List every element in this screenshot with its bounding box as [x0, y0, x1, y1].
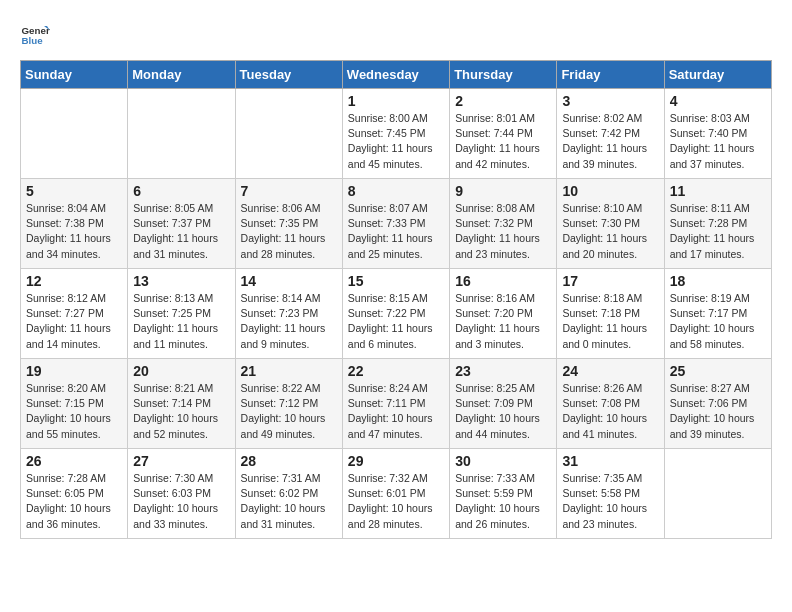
day-detail: Sunrise: 8:01 AM Sunset: 7:44 PM Dayligh…: [455, 111, 551, 172]
day-detail: Sunrise: 8:02 AM Sunset: 7:42 PM Dayligh…: [562, 111, 658, 172]
weekday-header-sunday: Sunday: [21, 61, 128, 89]
logo: General Blue: [20, 20, 54, 50]
calendar-day-27: 27Sunrise: 7:30 AM Sunset: 6:03 PM Dayli…: [128, 449, 235, 539]
calendar-day-31: 31Sunrise: 7:35 AM Sunset: 5:58 PM Dayli…: [557, 449, 664, 539]
day-number: 4: [670, 93, 766, 109]
day-detail: Sunrise: 8:27 AM Sunset: 7:06 PM Dayligh…: [670, 381, 766, 442]
weekday-header-row: SundayMondayTuesdayWednesdayThursdayFrid…: [21, 61, 772, 89]
calendar-day-9: 9Sunrise: 8:08 AM Sunset: 7:32 PM Daylig…: [450, 179, 557, 269]
day-number: 12: [26, 273, 122, 289]
day-number: 19: [26, 363, 122, 379]
calendar-day-2: 2Sunrise: 8:01 AM Sunset: 7:44 PM Daylig…: [450, 89, 557, 179]
day-number: 1: [348, 93, 444, 109]
day-number: 18: [670, 273, 766, 289]
day-number: 30: [455, 453, 551, 469]
day-detail: Sunrise: 7:30 AM Sunset: 6:03 PM Dayligh…: [133, 471, 229, 532]
calendar-day-8: 8Sunrise: 8:07 AM Sunset: 7:33 PM Daylig…: [342, 179, 449, 269]
calendar-day-15: 15Sunrise: 8:15 AM Sunset: 7:22 PM Dayli…: [342, 269, 449, 359]
day-detail: Sunrise: 8:19 AM Sunset: 7:17 PM Dayligh…: [670, 291, 766, 352]
calendar-day-3: 3Sunrise: 8:02 AM Sunset: 7:42 PM Daylig…: [557, 89, 664, 179]
day-detail: Sunrise: 8:18 AM Sunset: 7:18 PM Dayligh…: [562, 291, 658, 352]
day-detail: Sunrise: 8:13 AM Sunset: 7:25 PM Dayligh…: [133, 291, 229, 352]
day-number: 21: [241, 363, 337, 379]
day-number: 11: [670, 183, 766, 199]
day-number: 31: [562, 453, 658, 469]
day-detail: Sunrise: 8:24 AM Sunset: 7:11 PM Dayligh…: [348, 381, 444, 442]
calendar-empty-cell: [128, 89, 235, 179]
calendar-day-10: 10Sunrise: 8:10 AM Sunset: 7:30 PM Dayli…: [557, 179, 664, 269]
calendar-day-29: 29Sunrise: 7:32 AM Sunset: 6:01 PM Dayli…: [342, 449, 449, 539]
day-number: 29: [348, 453, 444, 469]
day-number: 8: [348, 183, 444, 199]
calendar-week-row: 5Sunrise: 8:04 AM Sunset: 7:38 PM Daylig…: [21, 179, 772, 269]
calendar-week-row: 12Sunrise: 8:12 AM Sunset: 7:27 PM Dayli…: [21, 269, 772, 359]
day-number: 28: [241, 453, 337, 469]
weekday-header-wednesday: Wednesday: [342, 61, 449, 89]
day-number: 9: [455, 183, 551, 199]
day-detail: Sunrise: 7:28 AM Sunset: 6:05 PM Dayligh…: [26, 471, 122, 532]
day-detail: Sunrise: 8:20 AM Sunset: 7:15 PM Dayligh…: [26, 381, 122, 442]
svg-text:Blue: Blue: [22, 35, 44, 46]
day-detail: Sunrise: 8:06 AM Sunset: 7:35 PM Dayligh…: [241, 201, 337, 262]
calendar-week-row: 26Sunrise: 7:28 AM Sunset: 6:05 PM Dayli…: [21, 449, 772, 539]
day-detail: Sunrise: 7:31 AM Sunset: 6:02 PM Dayligh…: [241, 471, 337, 532]
calendar-day-17: 17Sunrise: 8:18 AM Sunset: 7:18 PM Dayli…: [557, 269, 664, 359]
calendar-day-22: 22Sunrise: 8:24 AM Sunset: 7:11 PM Dayli…: [342, 359, 449, 449]
day-detail: Sunrise: 8:14 AM Sunset: 7:23 PM Dayligh…: [241, 291, 337, 352]
calendar-day-28: 28Sunrise: 7:31 AM Sunset: 6:02 PM Dayli…: [235, 449, 342, 539]
day-detail: Sunrise: 8:11 AM Sunset: 7:28 PM Dayligh…: [670, 201, 766, 262]
day-number: 6: [133, 183, 229, 199]
weekday-header-monday: Monday: [128, 61, 235, 89]
day-detail: Sunrise: 8:04 AM Sunset: 7:38 PM Dayligh…: [26, 201, 122, 262]
day-number: 2: [455, 93, 551, 109]
day-number: 27: [133, 453, 229, 469]
day-number: 10: [562, 183, 658, 199]
calendar-day-5: 5Sunrise: 8:04 AM Sunset: 7:38 PM Daylig…: [21, 179, 128, 269]
weekday-header-friday: Friday: [557, 61, 664, 89]
day-detail: Sunrise: 8:25 AM Sunset: 7:09 PM Dayligh…: [455, 381, 551, 442]
day-number: 7: [241, 183, 337, 199]
day-detail: Sunrise: 8:22 AM Sunset: 7:12 PM Dayligh…: [241, 381, 337, 442]
day-detail: Sunrise: 7:33 AM Sunset: 5:59 PM Dayligh…: [455, 471, 551, 532]
day-number: 14: [241, 273, 337, 289]
day-number: 13: [133, 273, 229, 289]
calendar-day-14: 14Sunrise: 8:14 AM Sunset: 7:23 PM Dayli…: [235, 269, 342, 359]
day-number: 23: [455, 363, 551, 379]
day-detail: Sunrise: 7:32 AM Sunset: 6:01 PM Dayligh…: [348, 471, 444, 532]
day-detail: Sunrise: 8:03 AM Sunset: 7:40 PM Dayligh…: [670, 111, 766, 172]
day-detail: Sunrise: 8:16 AM Sunset: 7:20 PM Dayligh…: [455, 291, 551, 352]
calendar-day-23: 23Sunrise: 8:25 AM Sunset: 7:09 PM Dayli…: [450, 359, 557, 449]
day-detail: Sunrise: 8:00 AM Sunset: 7:45 PM Dayligh…: [348, 111, 444, 172]
calendar-day-4: 4Sunrise: 8:03 AM Sunset: 7:40 PM Daylig…: [664, 89, 771, 179]
day-number: 20: [133, 363, 229, 379]
calendar-day-19: 19Sunrise: 8:20 AM Sunset: 7:15 PM Dayli…: [21, 359, 128, 449]
calendar-empty-cell: [21, 89, 128, 179]
weekday-header-thursday: Thursday: [450, 61, 557, 89]
day-detail: Sunrise: 8:12 AM Sunset: 7:27 PM Dayligh…: [26, 291, 122, 352]
calendar-empty-cell: [664, 449, 771, 539]
calendar-table: SundayMondayTuesdayWednesdayThursdayFrid…: [20, 60, 772, 539]
calendar-empty-cell: [235, 89, 342, 179]
calendar-day-1: 1Sunrise: 8:00 AM Sunset: 7:45 PM Daylig…: [342, 89, 449, 179]
day-detail: Sunrise: 7:35 AM Sunset: 5:58 PM Dayligh…: [562, 471, 658, 532]
day-detail: Sunrise: 8:26 AM Sunset: 7:08 PM Dayligh…: [562, 381, 658, 442]
calendar-week-row: 1Sunrise: 8:00 AM Sunset: 7:45 PM Daylig…: [21, 89, 772, 179]
calendar-day-6: 6Sunrise: 8:05 AM Sunset: 7:37 PM Daylig…: [128, 179, 235, 269]
calendar-day-25: 25Sunrise: 8:27 AM Sunset: 7:06 PM Dayli…: [664, 359, 771, 449]
day-number: 22: [348, 363, 444, 379]
calendar-day-11: 11Sunrise: 8:11 AM Sunset: 7:28 PM Dayli…: [664, 179, 771, 269]
day-detail: Sunrise: 8:07 AM Sunset: 7:33 PM Dayligh…: [348, 201, 444, 262]
weekday-header-saturday: Saturday: [664, 61, 771, 89]
day-number: 24: [562, 363, 658, 379]
day-number: 15: [348, 273, 444, 289]
day-number: 25: [670, 363, 766, 379]
calendar-day-13: 13Sunrise: 8:13 AM Sunset: 7:25 PM Dayli…: [128, 269, 235, 359]
day-detail: Sunrise: 8:05 AM Sunset: 7:37 PM Dayligh…: [133, 201, 229, 262]
calendar-day-26: 26Sunrise: 7:28 AM Sunset: 6:05 PM Dayli…: [21, 449, 128, 539]
day-number: 16: [455, 273, 551, 289]
day-number: 26: [26, 453, 122, 469]
calendar-day-21: 21Sunrise: 8:22 AM Sunset: 7:12 PM Dayli…: [235, 359, 342, 449]
day-number: 5: [26, 183, 122, 199]
calendar-day-30: 30Sunrise: 7:33 AM Sunset: 5:59 PM Dayli…: [450, 449, 557, 539]
day-number: 17: [562, 273, 658, 289]
